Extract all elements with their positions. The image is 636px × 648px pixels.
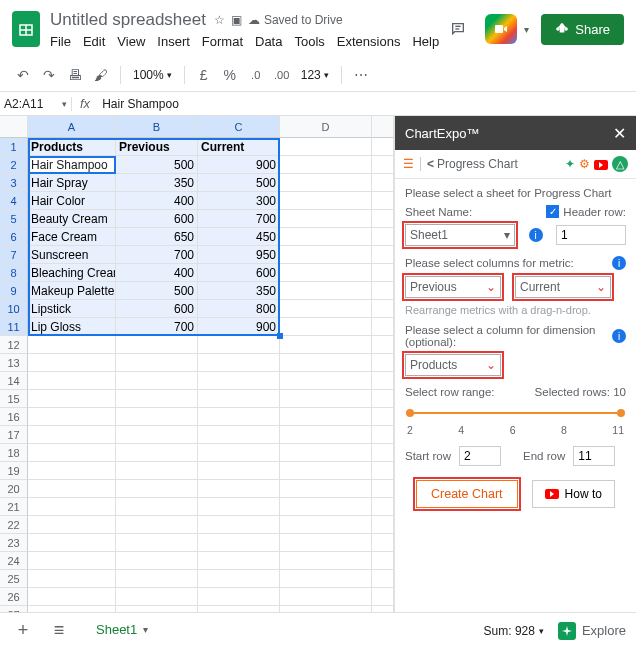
row-header[interactable]: 20 [0,480,28,498]
paint-format-icon[interactable]: 🖌 [90,63,112,87]
cell[interactable] [372,552,394,570]
cell[interactable] [280,552,372,570]
cell[interactable] [116,588,198,606]
cell[interactable] [116,480,198,498]
menu-format[interactable]: Format [202,34,243,49]
row-header[interactable]: 8 [0,264,28,282]
youtube-icon[interactable] [594,157,608,171]
row-header[interactable]: 2 [0,156,28,174]
info-icon[interactable]: i [612,329,626,343]
row-header[interactable]: 11 [0,318,28,336]
cell[interactable] [116,534,198,552]
cell[interactable] [116,516,198,534]
cell[interactable] [198,534,280,552]
cell[interactable] [198,426,280,444]
print-icon[interactable]: 🖶 [64,63,86,87]
cell[interactable] [28,462,116,480]
cell[interactable] [116,408,198,426]
cell[interactable] [28,516,116,534]
save-status[interactable]: ☁ Saved to Drive [248,13,343,27]
percent-icon[interactable]: % [219,63,241,87]
cell[interactable] [280,516,372,534]
cell[interactable]: 450 [198,228,280,246]
doc-title[interactable]: Untitled spreadsheet [50,10,206,30]
cell[interactable] [116,444,198,462]
cell[interactable] [28,480,116,498]
row-header[interactable]: 22 [0,516,28,534]
comments-icon[interactable] [441,12,475,46]
cell[interactable]: Face Cream [28,228,116,246]
cell[interactable] [28,408,116,426]
row-header[interactable]: 12 [0,336,28,354]
row-header[interactable]: 21 [0,498,28,516]
cell[interactable] [372,462,394,480]
cell[interactable] [372,300,394,318]
row-header[interactable]: 15 [0,390,28,408]
cell[interactable]: 350 [198,282,280,300]
col-header[interactable]: B [116,116,198,138]
row-header[interactable]: 24 [0,552,28,570]
cell[interactable] [116,354,198,372]
cell[interactable]: Hair Spray [28,174,116,192]
cell[interactable] [280,210,372,228]
cell[interactable] [198,444,280,462]
cell[interactable] [372,444,394,462]
row-header[interactable]: 10 [0,300,28,318]
cell[interactable] [116,462,198,480]
cell[interactable] [280,480,372,498]
cell[interactable] [280,588,372,606]
col-header[interactable] [372,116,394,138]
cell[interactable]: 700 [198,210,280,228]
currency-icon[interactable]: £ [193,63,215,87]
cell[interactable]: Makeup Palettes [28,282,116,300]
cell[interactable]: Hair Color [28,192,116,210]
cell[interactable] [116,336,198,354]
cell[interactable] [198,516,280,534]
cell[interactable]: 500 [116,282,198,300]
start-row-input[interactable] [459,446,501,466]
cell[interactable] [28,498,116,516]
more-icon[interactable]: ⋯ [350,63,372,87]
cell[interactable] [116,552,198,570]
cell[interactable] [116,570,198,588]
row-header[interactable]: 14 [0,372,28,390]
explore-button[interactable]: Explore [558,622,626,640]
cell[interactable]: Products [28,138,116,156]
cell[interactable] [280,408,372,426]
select-all-corner[interactable] [0,116,28,138]
cell[interactable]: 600 [116,300,198,318]
cell[interactable]: 700 [116,246,198,264]
cell[interactable]: Sunscreen [28,246,116,264]
cell[interactable]: Previous [116,138,198,156]
row-header[interactable]: 17 [0,426,28,444]
wand-icon[interactable]: ✦ [565,157,575,171]
cell[interactable] [280,282,372,300]
cell[interactable]: 400 [116,264,198,282]
cell[interactable] [372,246,394,264]
cell[interactable]: 950 [198,246,280,264]
cell[interactable] [280,138,372,156]
cell[interactable] [372,426,394,444]
zoom-select[interactable]: 100%▾ [129,68,176,82]
cell[interactable] [280,300,372,318]
cell[interactable] [372,138,394,156]
menu-extensions[interactable]: Extensions [337,34,401,49]
cell[interactable]: 400 [116,192,198,210]
add-sheet-icon[interactable]: + [10,618,36,644]
row-header[interactable]: 5 [0,210,28,228]
cell[interactable] [372,516,394,534]
header-row-toggle[interactable]: ✓Header row: [546,205,626,218]
star-icon[interactable]: ☆ [214,13,225,27]
format-select[interactable]: 123▾ [297,68,333,82]
col-header[interactable]: C [198,116,280,138]
info-icon[interactable]: i [529,228,543,242]
dimension-select[interactable]: Products⌄ [405,354,501,376]
cell[interactable] [198,372,280,390]
cell[interactable] [198,552,280,570]
cell[interactable] [372,210,394,228]
cell[interactable] [372,588,394,606]
row-range-slider[interactable] [409,406,622,422]
row-header[interactable]: 3 [0,174,28,192]
menu-edit[interactable]: Edit [83,34,105,49]
cell[interactable] [280,498,372,516]
